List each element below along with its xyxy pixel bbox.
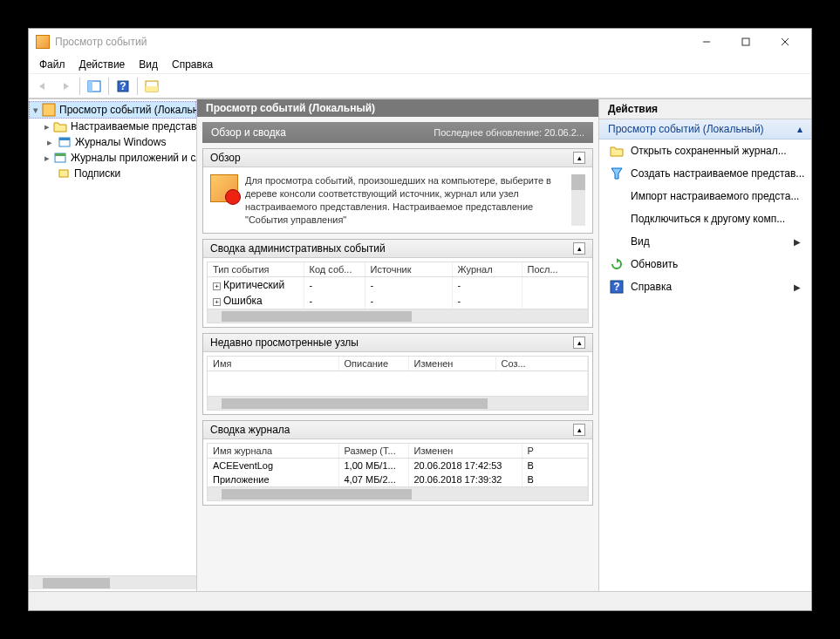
overview-scrollbar[interactable]	[571, 174, 585, 226]
tree-label: Настраиваемые представления	[71, 120, 197, 133]
overview-bar: Обзор и сводка Последнее обновление: 20.…	[202, 122, 593, 143]
svg-rect-15	[59, 170, 68, 177]
col-source[interactable]: Источник	[365, 262, 452, 277]
menu-help[interactable]: Справка	[165, 57, 220, 72]
action-import-custom-view[interactable]: Импорт настраиваемого предста...	[599, 185, 811, 207]
window-title: Просмотр событий	[55, 36, 686, 48]
help-icon: ?	[610, 280, 624, 294]
table-row[interactable]: ACEEventLog1,00 МБ/1...20.06.2018 17:42:…	[208, 458, 588, 472]
col-size[interactable]: Размер (Т...	[338, 444, 408, 459]
collapse-icon[interactable]: ▾	[33, 105, 38, 115]
menu-action[interactable]: Действие	[72, 57, 133, 72]
funnel-icon	[610, 167, 624, 180]
tree-root[interactable]: ▾ Просмотр событий (Локальный)	[29, 101, 196, 119]
panel-recent-head[interactable]: Недавно просмотренные узлы ▴	[203, 334, 592, 352]
svg-rect-9	[146, 86, 158, 92]
statusbar	[29, 591, 811, 610]
tree-custom-views[interactable]: ▸ Настраиваемые представления	[29, 119, 196, 134]
col-mod[interactable]: Изменен	[408, 357, 495, 371]
maximize-button[interactable]	[726, 30, 765, 54]
tree-label: Подписки	[74, 167, 120, 180]
center-pane: Просмотр событий (Локальный) Обзор и сво…	[197, 99, 599, 591]
expand-icon[interactable]: +	[213, 282, 221, 290]
col-log[interactable]: Журнал	[452, 262, 522, 277]
close-button[interactable]	[765, 30, 804, 54]
h-scrollbar[interactable]	[208, 396, 588, 410]
table-row[interactable]: +Критический ---	[208, 277, 588, 294]
chevron-up-icon[interactable]: ▴	[573, 336, 585, 349]
svg-rect-12	[59, 138, 70, 140]
menu-view[interactable]: Вид	[132, 57, 165, 72]
tree-app-logs[interactable]: ▸ Журналы приложений и служб	[29, 150, 196, 166]
actions-group-header[interactable]: Просмотр событий (Локальный) ▴	[599, 119, 811, 139]
action-view-submenu[interactable]: Вид ▶	[599, 230, 811, 253]
forward-button	[55, 76, 76, 97]
overview-title: Обзор и сводка	[211, 126, 286, 139]
expand-icon[interactable]: +	[213, 298, 221, 306]
svg-rect-1	[742, 38, 749, 45]
tree-label: Журналы Windows	[75, 136, 166, 148]
h-scrollbar[interactable]	[208, 309, 588, 323]
chevron-up-icon[interactable]: ▴	[573, 152, 585, 164]
minimize-button[interactable]	[686, 30, 726, 54]
expand-icon[interactable]: ▸	[44, 122, 50, 132]
chevron-up-icon[interactable]: ▴	[573, 424, 585, 436]
expand-icon[interactable]: ▸	[44, 153, 50, 163]
log-summary-table[interactable]: Имя журнала Размер (Т... Изменен Р ACEEv…	[208, 444, 588, 486]
blank-icon	[610, 189, 624, 203]
menu-file[interactable]: Файл	[32, 57, 72, 72]
panel-title: Недавно просмотренные узлы	[210, 336, 359, 349]
recent-nodes-table[interactable]: Имя Описание Изменен Соз...	[208, 357, 588, 396]
expand-icon[interactable]: ▸	[44, 138, 54, 147]
col-desc[interactable]: Описание	[338, 357, 408, 371]
table-row[interactable]: Приложение4,07 МБ/2...20.06.2018 17:39:3…	[208, 472, 588, 486]
refresh-icon	[610, 257, 624, 271]
overview-info-icon	[210, 174, 238, 202]
table-row[interactable]: +Ошибка ---	[208, 293, 588, 309]
subscription-icon	[57, 167, 71, 180]
chevron-up-icon[interactable]: ▴	[573, 242, 585, 255]
action-connect-computer[interactable]: Подключиться к другому комп...	[599, 207, 811, 230]
action-help-submenu[interactable]: ? Справка ▶	[599, 275, 811, 298]
preview-button[interactable]	[141, 76, 162, 97]
h-scrollbar[interactable]	[208, 486, 588, 500]
panel-admin-summary: Сводка административных событий ▴ Тип со…	[202, 239, 593, 328]
col-id[interactable]: Код соб...	[304, 262, 365, 277]
tree-h-scrollbar[interactable]	[29, 575, 196, 589]
tree-subscriptions[interactable]: Подписки	[29, 166, 196, 181]
action-open-saved-log[interactable]: Открыть сохраненный журнал...	[599, 139, 811, 162]
panel-overview-head[interactable]: Обзор ▴	[203, 149, 592, 167]
svg-rect-5	[88, 81, 92, 92]
panel-title: Сводка журнала	[210, 424, 290, 436]
folder-open-icon	[610, 144, 624, 158]
action-create-custom-view[interactable]: Создать настраиваемое представ...	[599, 162, 811, 185]
help-button[interactable]: ?	[113, 76, 133, 97]
col-last[interactable]: Посл...	[522, 262, 588, 277]
svg-rect-14	[55, 153, 65, 156]
tree-pane[interactable]: ▾ Просмотр событий (Локальный) ▸ Настраи…	[29, 99, 197, 591]
col-name[interactable]: Имя	[208, 357, 338, 371]
app-icon	[36, 35, 50, 49]
panel-overview: Обзор ▴ Для просмотра событий, произошед…	[202, 148, 593, 234]
tree-windows-logs[interactable]: ▸ Журналы Windows	[29, 134, 196, 150]
chevron-up-icon[interactable]: ▴	[797, 123, 802, 135]
overview-text: Для просмотра событий, произошедших на к…	[245, 174, 564, 226]
col-r[interactable]: Р	[522, 444, 588, 459]
last-updated: Последнее обновление: 20.06.2...	[434, 127, 584, 138]
col-created[interactable]: Соз...	[495, 357, 588, 371]
action-refresh[interactable]: Обновить	[599, 253, 811, 275]
center-header: Просмотр событий (Локальный)	[197, 99, 598, 117]
eventviewer-icon	[42, 103, 56, 117]
panel-log-summary: Сводка журнала ▴ Имя журнала Размер (Т..…	[202, 420, 593, 506]
col-logname[interactable]: Имя журнала	[208, 444, 338, 459]
applog-icon	[53, 151, 67, 165]
show-tree-button[interactable]	[84, 76, 105, 97]
col-type[interactable]: Тип события	[208, 262, 304, 277]
svg-rect-10	[43, 104, 55, 116]
panel-logsum-head[interactable]: Сводка журнала ▴	[203, 421, 592, 439]
panel-admin-head[interactable]: Сводка административных событий ▴	[203, 240, 592, 258]
admin-events-table[interactable]: Тип события Код соб... Источник Журнал П…	[208, 262, 588, 309]
arrow-right-icon: ▶	[794, 282, 801, 292]
panel-title: Сводка административных событий	[210, 242, 386, 255]
col-mod[interactable]: Изменен	[408, 444, 522, 459]
